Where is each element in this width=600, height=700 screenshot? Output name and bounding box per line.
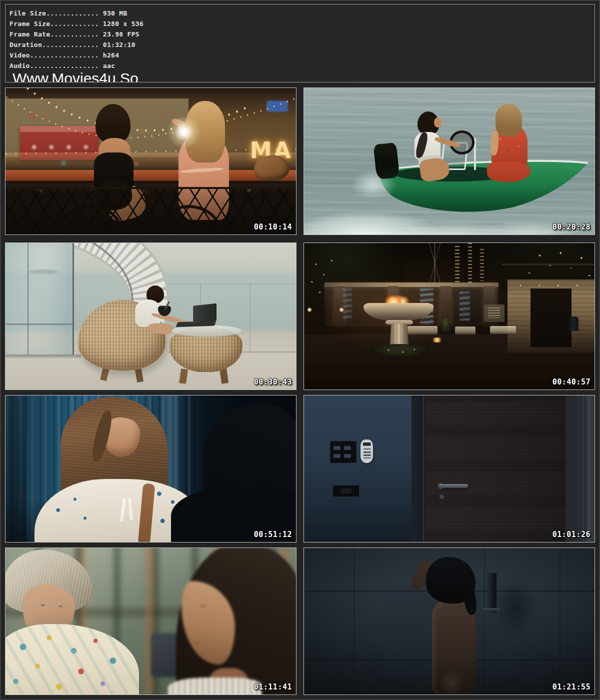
site-watermark: Www.Movies4u.So [10,72,594,82]
file-info-row: Duration..............01:32:10 [10,40,594,50]
ceiling-downlights [513,284,588,288]
door-frame [422,396,425,542]
file-info-row: Frame Rate............23.98 FPS [10,29,594,40]
info-value: 23.98 FPS [99,30,140,38]
power-socket [333,486,359,496]
passenger-hair [496,104,522,136]
hanging-light-curtain [468,243,472,287]
balustrade-seam [250,284,250,352]
scene-courtyard [304,243,594,390]
timestamp: 01:11:41 [254,682,292,692]
curtain-strip [584,396,594,542]
thumbnail-frame-4: 00:40:57 [304,242,595,390]
timestamp: 00:20:28 [552,222,590,232]
info-label: Video................. [10,52,99,59]
wood-door [426,396,566,542]
file-info-row: Video.................h264 [10,50,594,60]
file-info-row: Frame Size............1280 x 536 [10,18,594,29]
floor-trim [6,354,81,358]
glass-frame-line [6,324,72,325]
info-label: Audio................. [10,62,99,70]
thumbnail-frame-8: 01:21:55 [304,548,595,695]
info-label: Frame Rate............ [10,30,99,38]
media-info-sheet: File Size.............930 MB Frame Size.… [0,0,600,700]
balustrade-top-rail [168,284,296,284]
glass-frame-line [28,243,28,354]
file-info-row: Audio.................aac [10,60,594,71]
outboard-motor [374,142,400,180]
info-value: h264 [99,52,120,59]
info-label: Duration.............. [10,41,99,48]
man2-striped-shoulder [168,678,262,694]
timestamp: 00:40:57 [552,378,590,386]
keyhole [440,494,444,499]
info-value: 01:32:10 [99,41,136,48]
switch-panel [330,441,356,463]
planting-mound [371,344,429,357]
thumbnail-frame-7: 01:11:41 [5,548,296,695]
wall-keypad [360,440,373,463]
driver-face [434,118,442,128]
building-recess [530,288,571,347]
timestamp: 00:51:12 [254,530,292,539]
info-value: aac [99,62,115,70]
laptop-screen [193,304,216,324]
bar-counter [6,170,296,181]
thumbnail-frame-2: 00:20:28 [304,88,595,235]
scene-motorboat [304,88,594,234]
glass-wall [6,243,74,354]
small-ground-flame [432,338,442,342]
door-handle [439,484,468,488]
timestamp: 01:21:55 [552,682,590,692]
thumbnail-frame-1: MA 00:10:14 [5,88,296,235]
ground-lamp [307,308,312,312]
man2-foreground [168,548,296,694]
hanging-light-curtain [480,249,484,281]
file-info-row: File Size.............930 MB [10,8,594,18]
scene-two-men [6,548,296,694]
info-label: File Size............. [10,10,99,17]
bow-wake-foam [304,196,594,234]
rigging-cables [403,243,467,284]
info-value: 1280 x 536 [99,20,144,28]
scene-shower [304,548,594,694]
scene-blouse-woman [6,396,296,542]
lattice-railing [6,187,296,234]
scene-night-market: MA [6,88,296,234]
passenger-dress-skirt [487,162,530,182]
thumbnail-frame-3: 00:30:43 [5,242,296,390]
phone-flash-glow [166,118,202,150]
timestamp: 01:01:26 [552,530,590,539]
timestamp: 00:10:14 [254,222,292,232]
vignette-overlay [304,548,594,694]
info-label: Frame Size............ [10,20,99,28]
scene-dark-door [304,396,594,542]
info-value: 930 MB [99,10,128,17]
directory-sign [484,304,504,322]
file-info-panel: File Size.............930 MB Frame Size.… [5,4,595,82]
trash-bin [569,316,578,331]
thumbnail-frame-6: 01:01:26 [304,395,595,542]
scene-balcony [6,243,296,390]
upper-railing [502,264,594,266]
thumbnail-frame-5: 00:51:12 [5,395,296,542]
blue-wall [304,396,412,542]
bench [490,326,516,334]
timestamp: 00:30:43 [254,378,292,386]
light-swag-path [6,93,296,138]
